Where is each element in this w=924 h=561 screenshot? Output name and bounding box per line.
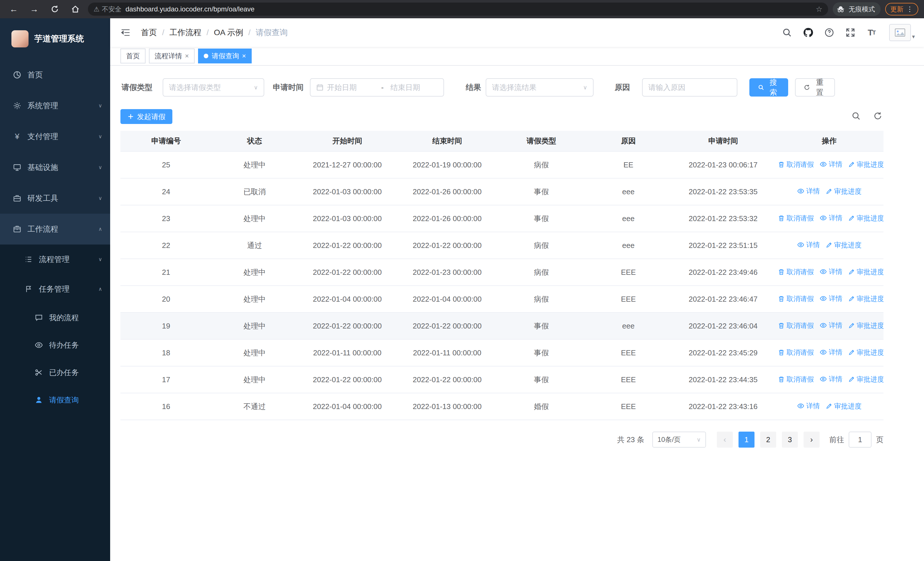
cancel-leave-link[interactable]: 取消请假	[778, 267, 814, 277]
url-text[interactable]: dashboard.yudao.iocoder.cn/bpm/oa/leave	[126, 5, 812, 13]
create-leave-button[interactable]: 发起请假	[120, 109, 172, 124]
sidebar-collapse-icon[interactable]	[118, 25, 133, 40]
page-content: 请假类型 请选择请假类型 ∨ 申请时间 开始日期 - 结束日期 结果	[110, 66, 924, 561]
breadcrumb-item[interactable]: OA 示例	[214, 27, 243, 38]
back-icon[interactable]: ←	[6, 1, 22, 17]
user-avatar-dropdown[interactable]: ▾	[887, 24, 915, 41]
close-icon[interactable]: ×	[242, 52, 246, 60]
browser-menu-icon[interactable]: ⋮	[906, 5, 913, 13]
sidebar-item-todo-tasks[interactable]: 待办任务	[0, 331, 110, 359]
cancel-leave-link[interactable]: 取消请假	[778, 321, 814, 330]
next-page-button[interactable]: ›	[804, 432, 819, 448]
sidebar-item-done-tasks[interactable]: 已办任务	[0, 359, 110, 386]
sidebar-item-home[interactable]: 首页	[0, 59, 110, 90]
cell-reason: eee	[585, 205, 671, 232]
detail-link[interactable]: 详情	[819, 347, 842, 357]
detail-link[interactable]: 详情	[819, 214, 842, 223]
sidebar-item-workflow[interactable]: 工作流程 ∧	[0, 214, 110, 245]
breadcrumb-item[interactable]: 首页	[141, 27, 157, 38]
page-button-1[interactable]: 1	[738, 432, 754, 448]
breadcrumb-item[interactable]: 工作流程	[170, 27, 201, 38]
detail-link[interactable]: 详情	[819, 267, 842, 276]
audit-progress-link[interactable]: 审批进度	[848, 375, 884, 384]
bookmark-star-icon[interactable]: ☆	[816, 5, 822, 14]
detail-link[interactable]: 详情	[819, 294, 842, 303]
cancel-leave-link[interactable]: 取消请假	[778, 160, 814, 169]
sidebar-item-my-process[interactable]: 我的流程	[0, 304, 110, 331]
detail-link[interactable]: 详情	[819, 321, 842, 330]
tab-home[interactable]: 首页	[120, 48, 146, 63]
audit-progress-link[interactable]: 审批进度	[848, 214, 884, 223]
audit-progress-link[interactable]: 审批进度	[848, 160, 884, 169]
security-warning[interactable]: ⚠不安全	[94, 5, 122, 14]
cancel-leave-link[interactable]: 取消请假	[778, 375, 814, 384]
sidebar-item-payment[interactable]: ¥ 支付管理 ∨	[0, 121, 110, 152]
cell-reason: EEE	[585, 393, 671, 420]
tab-leave-query[interactable]: 请假查询 ×	[198, 48, 252, 63]
detail-link[interactable]: 详情	[797, 401, 820, 411]
chevron-down-icon: ∨	[99, 102, 102, 109]
sidebar-item-system[interactable]: 系统管理 ∨	[0, 90, 110, 121]
result-select[interactable]: 请选择流结果 ∨	[486, 78, 594, 96]
detail-link[interactable]: 详情	[797, 240, 820, 250]
sidebar-item-leave-query[interactable]: 请假查询	[0, 386, 110, 414]
sidebar-item-process-mgmt[interactable]: 流程管理 ∨	[0, 245, 110, 274]
search-button[interactable]: 搜索	[749, 78, 788, 96]
date-range-picker[interactable]: 开始日期 - 结束日期	[310, 78, 444, 96]
reset-button[interactable]: 重置	[795, 78, 835, 96]
sidebar-item-label: 工作流程	[27, 224, 58, 234]
refresh-icon[interactable]	[873, 111, 882, 120]
goto-page-input[interactable]	[849, 432, 872, 448]
sidebar-item-task-mgmt[interactable]: 任务管理 ∧	[0, 274, 110, 304]
github-icon[interactable]	[802, 27, 814, 38]
cell-id: 24	[120, 178, 212, 205]
cell-start: 2022-01-04 00:00:00	[297, 393, 397, 420]
cell-actions: 详情审批进度	[775, 232, 884, 259]
sidebar-item-devtools[interactable]: 研发工具 ∨	[0, 183, 110, 214]
cell-reason: eee	[585, 178, 671, 205]
eye-icon	[797, 402, 804, 410]
audit-progress-link[interactable]: 审批进度	[825, 187, 861, 196]
reason-input[interactable]: 请输入原因	[642, 78, 737, 96]
table-body: 25处理中2021-12-27 00:00:002022-01-19 00:00…	[120, 151, 884, 420]
search-icon[interactable]	[782, 27, 793, 38]
address-bar[interactable]: ⚠不安全 dashboard.yudao.iocoder.cn/bpm/oa/l…	[88, 3, 828, 16]
audit-progress-link[interactable]: 审批进度	[848, 294, 884, 303]
audit-progress-link[interactable]: 审批进度	[825, 241, 861, 250]
tab-process-detail[interactable]: 流程详情 ×	[149, 48, 195, 63]
audit-progress-link[interactable]: 审批进度	[848, 321, 884, 330]
detail-link[interactable]: 详情	[819, 160, 842, 169]
cancel-leave-link[interactable]: 取消请假	[778, 214, 814, 223]
fullscreen-icon[interactable]	[844, 27, 856, 38]
sidebar-item-label: 任务管理	[39, 284, 70, 294]
prev-page-button[interactable]: ‹	[717, 432, 733, 448]
cell-id: 19	[120, 313, 212, 339]
page-size-select[interactable]: 10条/页 ∨	[652, 432, 706, 448]
close-icon[interactable]: ×	[185, 52, 189, 60]
reload-icon[interactable]	[47, 1, 63, 17]
detail-link[interactable]: 详情	[819, 375, 842, 384]
forward-icon[interactable]: →	[26, 1, 42, 17]
audit-progress-link[interactable]: 审批进度	[825, 402, 861, 411]
leave-table: 申请编号 状态 开始时间 结束时间 请假类型 原因 申请时间 操作 25处理中2…	[120, 131, 884, 420]
sidebar-item-infrastructure[interactable]: 基础设施 ∨	[0, 152, 110, 183]
page-button-2[interactable]: 2	[760, 432, 776, 448]
end-date-input[interactable]: 结束日期	[390, 83, 438, 93]
font-size-icon[interactable]: TT	[866, 27, 877, 38]
page-button-3[interactable]: 3	[782, 432, 798, 448]
logo[interactable]: 芋道管理系统	[0, 18, 110, 59]
home-icon[interactable]	[68, 1, 83, 17]
edit-icon	[848, 376, 855, 383]
audit-progress-link[interactable]: 审批进度	[848, 267, 884, 277]
help-icon[interactable]	[824, 27, 835, 38]
cancel-leave-link[interactable]: 取消请假	[778, 348, 814, 357]
cancel-leave-link[interactable]: 取消请假	[778, 294, 814, 303]
audit-progress-link[interactable]: 审批进度	[848, 348, 884, 357]
cell-reason: eee	[585, 313, 671, 339]
start-date-input[interactable]: 开始日期	[327, 83, 374, 93]
search-toggle-icon[interactable]	[852, 111, 861, 120]
browser-update-button[interactable]: 更新 ⋮	[885, 3, 918, 15]
detail-link[interactable]: 详情	[797, 186, 820, 196]
leave-type-select[interactable]: 请选择请假类型 ∨	[163, 78, 264, 96]
avatar[interactable]	[889, 24, 911, 41]
